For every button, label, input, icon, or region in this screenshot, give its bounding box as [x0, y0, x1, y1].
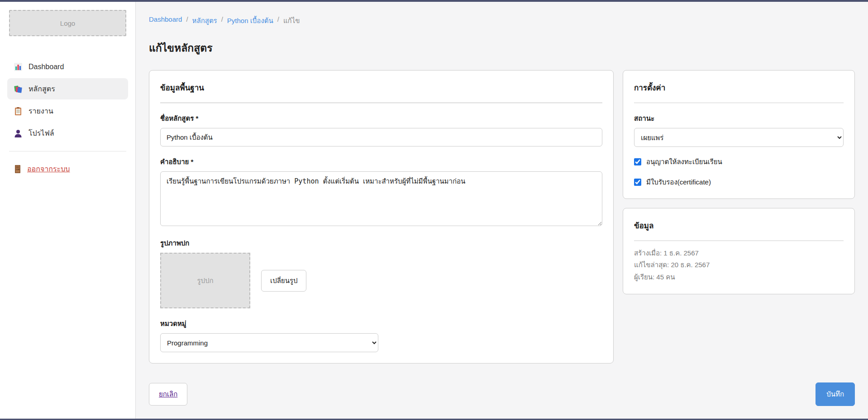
cancel-button[interactable]: ยกเลิก [149, 383, 187, 406]
logo: Logo [9, 10, 126, 36]
breadcrumb-link-course[interactable]: Python เบื้องต้น [227, 15, 273, 26]
basic-info-card: ข้อมูลพื้นฐาน ชื่อหลักสูตร * คำอธิบาย * … [149, 70, 614, 363]
certificate-checkbox[interactable] [634, 179, 641, 186]
books-icon [14, 85, 23, 94]
main-content: Dashboard / หลักสูตร / Python เบื้องต้น … [136, 2, 868, 419]
cover-image-row: รูปปก เปลี่ยนรูป [160, 253, 602, 308]
sidebar-item-label: รายงาน [29, 105, 53, 117]
sidebar-item-profile[interactable]: โปรไฟล์ [7, 123, 128, 144]
certificate-row: มีใบรับรอง(certificate) [634, 177, 844, 188]
sidebar-nav: Dashboard หลักสูตร [7, 56, 128, 144]
clipboard-icon [14, 107, 23, 116]
status-label: สถานะ [634, 113, 844, 124]
sidebar-item-label: หลักสูตร [29, 83, 55, 94]
modified-date-text: แก้ไขล่าสุด: 20 ธ.ค. 2567 [634, 259, 844, 271]
card-divider [634, 103, 844, 103]
info-lines: สร้างเมื่อ: 1 ธ.ค. 2567 แก้ไขล่าสุด: 20 … [634, 247, 844, 283]
certificate-label[interactable]: มีใบรับรอง(certificate) [646, 177, 711, 188]
app-layout: Logo Dashboard [0, 2, 868, 419]
sidebar-item-label: Dashboard [29, 63, 64, 71]
card-divider [160, 103, 602, 103]
person-icon [14, 129, 23, 138]
logo-text: Logo [60, 19, 75, 27]
category-label: หมวดหมู่ [160, 318, 602, 329]
info-card: ข้อมูล สร้างเมื่อ: 1 ธ.ค. 2567 แก้ไขล่าส… [623, 208, 855, 294]
created-date-text: สร้างเมื่อ: 1 ธ.ค. 2567 [634, 247, 844, 259]
cancel-button-label: ยกเลิก [159, 390, 177, 398]
status-select[interactable]: เผยแพร่ [634, 128, 844, 147]
info-header: ข้อมูล [634, 219, 844, 231]
content-columns: ข้อมูลพื้นฐาน ชื่อหลักสูตร * คำอธิบาย * … [149, 70, 855, 363]
students-count-text: ผู้เรียน: 45 คน [634, 271, 844, 283]
sidebar: Logo Dashboard [0, 2, 136, 419]
basic-info-header: ข้อมูลพื้นฐาน [160, 81, 602, 94]
breadcrumb-separator: / [186, 15, 188, 26]
allow-enrollment-row: อนุญาตให้ลงทะเบียนเรียน [634, 156, 844, 167]
allow-enrollment-checkbox[interactable] [634, 158, 641, 165]
sidebar-divider [9, 151, 126, 151]
bar-chart-icon [14, 62, 23, 71]
sidebar-item-reports[interactable]: รายงาน [7, 100, 128, 122]
breadcrumb-current: แก้ไข [283, 15, 300, 26]
form-actions: ยกเลิก บันทึก [149, 382, 855, 406]
course-name-label: ชื่อหลักสูตร * [160, 113, 602, 124]
category-select[interactable]: Programming [160, 333, 378, 352]
breadcrumb-separator: / [221, 15, 223, 26]
right-column: การตั้งค่า สถานะ เผยแพร่ อนุญาตให้ลงทะเบ… [623, 70, 855, 294]
cover-placeholder-text: รูปปก [197, 275, 213, 286]
sidebar-item-dashboard[interactable]: Dashboard [7, 56, 128, 77]
logout-link[interactable]: ออกจากระบบ [7, 163, 128, 175]
breadcrumb: Dashboard / หลักสูตร / Python เบื้องต้น … [149, 15, 855, 26]
description-textarea[interactable]: เรียนรู้พื้นฐานการเขียนโปรแกรมด้วยภาษา P… [160, 171, 602, 226]
door-icon [14, 165, 22, 174]
breadcrumb-separator: / [277, 15, 279, 26]
description-label: คำอธิบาย * [160, 156, 602, 167]
sidebar-item-courses[interactable]: หลักสูตร [7, 78, 128, 99]
sidebar-item-label: โปรไฟล์ [29, 127, 54, 139]
cover-image-label: รูปภาพปก [160, 238, 602, 249]
settings-card: การตั้งค่า สถานะ เผยแพร่ อนุญาตให้ลงทะเบ… [623, 70, 855, 199]
cover-image-placeholder: รูปปก [160, 253, 250, 308]
course-name-input[interactable] [160, 128, 602, 146]
allow-enrollment-label[interactable]: อนุญาตให้ลงทะเบียนเรียน [646, 156, 722, 167]
breadcrumb-link-dashboard[interactable]: Dashboard [149, 15, 182, 26]
card-divider [634, 241, 844, 241]
breadcrumb-link-courses[interactable]: หลักสูตร [192, 15, 217, 26]
save-button[interactable]: บันทึก [816, 382, 855, 406]
logout-label: ออกจากระบบ [27, 163, 70, 175]
change-image-button[interactable]: เปลี่ยนรูป [261, 270, 306, 292]
page-title: แก้ไขหลักสูตร [149, 40, 855, 56]
settings-header: การตั้งค่า [634, 81, 844, 94]
